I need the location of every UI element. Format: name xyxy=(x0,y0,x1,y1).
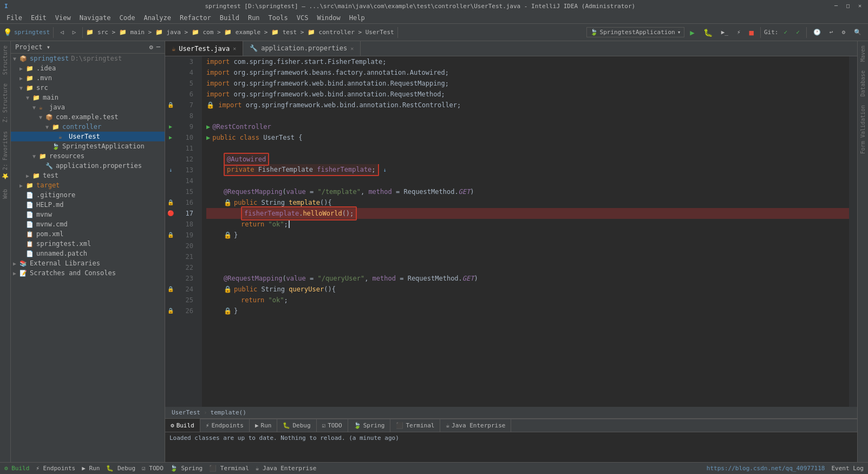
web-tab[interactable]: Web xyxy=(1,185,9,203)
bottom-tab-endpoints[interactable]: ⚡ Endpoints xyxy=(200,419,250,432)
code-line-17[interactable]: fisherTemplate.helloWorld(); xyxy=(206,208,849,219)
gutter-11 xyxy=(165,143,176,154)
minimize-button[interactable]: ─ xyxy=(832,2,840,10)
profiler-button[interactable]: ⚡ xyxy=(734,28,744,37)
tree-item-resources[interactable]: ▼ 📁 resources xyxy=(11,151,165,161)
debug-button[interactable]: 🐛 xyxy=(700,27,716,38)
code-line-6: import org.springframework.web.bind.anno… xyxy=(206,89,849,100)
editor-content[interactable]: 🔒 ▶ ▶ ↓ 🔒 🔴 🔒 🔒 🔒 xyxy=(165,56,857,407)
tree-item-target[interactable]: ▶ 📁 target xyxy=(11,180,165,190)
code-line-23: @RequestMapping(value = "/queryUser", me… xyxy=(206,273,849,284)
undo-button[interactable]: ↩ xyxy=(826,28,837,37)
close-button[interactable]: ✕ xyxy=(856,2,864,10)
tree-item-gitignore[interactable]: ▶ 📄 .gitignore xyxy=(11,190,165,200)
project-options-btn[interactable]: ⚙ xyxy=(149,43,153,51)
run-config-selector[interactable]: 🍃 SpringtestApplication ▾ xyxy=(586,27,685,37)
tree-item-ext-libs[interactable]: ▶ 📚 External Libraries xyxy=(11,258,165,268)
form-validation-tab[interactable]: Form Validation xyxy=(859,101,867,158)
bottom-tab-todo[interactable]: ☑ TODO xyxy=(317,419,348,432)
maven-tab[interactable]: Maven xyxy=(859,41,867,66)
menu-view[interactable]: View xyxy=(51,13,75,23)
code-area[interactable]: import com.spring.fisher.start.FisherTem… xyxy=(202,56,849,407)
line-num-8: 8 xyxy=(176,111,198,121)
coverage-button[interactable]: ▶̲ xyxy=(718,28,732,37)
toolbar-forward-btn[interactable]: ▷ xyxy=(69,28,80,37)
tab-appprops-close[interactable]: ✕ xyxy=(350,46,354,51)
favorites-tab[interactable]: ⭐ 2: Favorites xyxy=(1,127,9,184)
gutter-7: 🔒 xyxy=(165,100,176,111)
gutter-17[interactable]: 🔴 xyxy=(165,208,176,219)
bottom-tab-run[interactable]: ▶ Run xyxy=(250,419,278,432)
tree-item-scratches[interactable]: ▶ 📝 Scratches and Consoles xyxy=(11,268,165,278)
tree-item-root[interactable]: ▼ 📦 springtest D:\springtest xyxy=(11,54,165,63)
bottom-tab-java-enterprise[interactable]: ☕ Java Enterprise xyxy=(440,419,511,432)
title-bar-title: springtest [D:\springtest] – ...\src\mai… xyxy=(8,3,832,10)
maximize-button[interactable]: □ xyxy=(844,2,852,10)
status-url[interactable]: https://blog.csdn.net/qq_40977118 xyxy=(707,465,825,472)
code-line-4: import org.springframework.beans.factory… xyxy=(206,67,849,78)
search-everywhere-button[interactable]: 🔍 xyxy=(851,28,865,37)
bottom-tab-terminal[interactable]: ⬛ Terminal xyxy=(390,419,440,432)
menu-edit[interactable]: Edit xyxy=(27,13,51,23)
tab-usertest-close[interactable]: ✕ xyxy=(233,46,236,51)
gutter-9[interactable]: ▶ xyxy=(165,121,176,132)
tree-item-springtestxml[interactable]: ▶ 📋 springtest.xml xyxy=(11,239,165,249)
breadcrumb-template[interactable]: template() xyxy=(211,409,246,416)
menu-vcs[interactable]: VCS xyxy=(292,13,313,23)
gutter-13[interactable]: ↓ xyxy=(165,165,176,176)
menu-navigate[interactable]: Navigate xyxy=(75,13,115,23)
run-button[interactable]: ▶ xyxy=(687,27,697,38)
menu-help[interactable]: Help xyxy=(345,13,369,23)
tree-item-java[interactable]: ▼ ☕ java xyxy=(11,102,165,112)
menu-run[interactable]: Run xyxy=(244,13,264,23)
tree-item-package[interactable]: ▼ 📦 com.example.test xyxy=(11,112,165,122)
tree-item-mvnw[interactable]: ▶ 📄 mvnw xyxy=(11,210,165,219)
tree-item-unnamedpatch[interactable]: ▶ 📄 unnamed.patch xyxy=(11,249,165,258)
menu-tools[interactable]: Tools xyxy=(264,13,292,23)
tree-item-idea[interactable]: ▶ 📁 .idea xyxy=(11,63,165,73)
tree-item-springapp[interactable]: ▶ 🍃 SpringtestApplication xyxy=(11,141,165,151)
tree-item-mvn[interactable]: ▶ 📁 .mvn xyxy=(11,73,165,83)
time-button[interactable]: 🕐 xyxy=(810,28,824,37)
tree-item-helpmd[interactable]: ▶ 📄 HELP.md xyxy=(11,200,165,210)
gutter-10[interactable]: ▶ xyxy=(165,132,176,143)
tree-item-appprops[interactable]: ▶ 🔧 application.properties xyxy=(11,161,165,171)
impl-icon[interactable]: ↓ xyxy=(383,165,387,176)
breadcrumb-usertest[interactable]: UserTest xyxy=(172,409,200,416)
tree-item-src[interactable]: ▼ 📁 src xyxy=(11,83,165,93)
gutter-19: 🔒 xyxy=(165,230,176,241)
line-num-6: 6 xyxy=(176,89,198,100)
menu-build[interactable]: Build xyxy=(216,13,244,23)
git-push-button[interactable]: ✓ xyxy=(793,28,803,37)
menu-refactor[interactable]: Refactor xyxy=(175,13,216,23)
tree-item-pomxml[interactable]: ▶ 📋 pom.xml xyxy=(11,229,165,239)
menu-file[interactable]: File xyxy=(2,13,27,23)
bottom-tab-spring[interactable]: 🍃 Spring xyxy=(348,419,391,432)
structure-tab[interactable]: Structure xyxy=(1,41,9,79)
tree-item-controller[interactable]: ▼ 📁 controller xyxy=(11,122,165,132)
event-log-btn[interactable]: Event Log xyxy=(831,465,864,472)
tree-item-main[interactable]: ▼ 📁 main xyxy=(11,93,165,102)
menu-window[interactable]: Window xyxy=(312,13,344,23)
tab-usertest[interactable]: ☕ UserTest.java ✕ xyxy=(165,41,243,56)
z-structure-tab[interactable]: Z: Structure xyxy=(1,79,9,127)
tree-item-test[interactable]: ▶ 📁 test xyxy=(11,171,165,180)
tree-item-mvnwcmd[interactable]: ▶ 📄 mvnw.cmd xyxy=(11,219,165,229)
project-close-btn[interactable]: ─ xyxy=(156,43,160,51)
git-update-button[interactable]: ✓ xyxy=(781,28,791,37)
line-num-24: 24 xyxy=(176,284,198,295)
gutter-4 xyxy=(165,67,176,78)
tab-bar: ☕ UserTest.java ✕ 🔧 application.properti… xyxy=(165,41,857,56)
settings-button[interactable]: ⚙ xyxy=(838,28,849,37)
run-tab-label: Run xyxy=(261,422,272,429)
stop-button[interactable]: ■ xyxy=(746,27,757,38)
tab-appprops[interactable]: 🔧 application.properties ✕ xyxy=(243,41,361,56)
toolbar-back-btn[interactable]: ◁ xyxy=(57,28,67,37)
tree-item-usertest[interactable]: ▶ ☕ UserTest xyxy=(11,132,165,141)
menu-analyze[interactable]: Analyze xyxy=(139,13,175,23)
project-name: springtest xyxy=(14,29,50,36)
bottom-tab-build[interactable]: ⚙ Build xyxy=(165,419,200,432)
database-tab[interactable]: Database xyxy=(859,66,867,101)
bottom-tab-debug[interactable]: 🐛 Debug xyxy=(277,419,316,432)
menu-code[interactable]: Code xyxy=(115,13,140,23)
